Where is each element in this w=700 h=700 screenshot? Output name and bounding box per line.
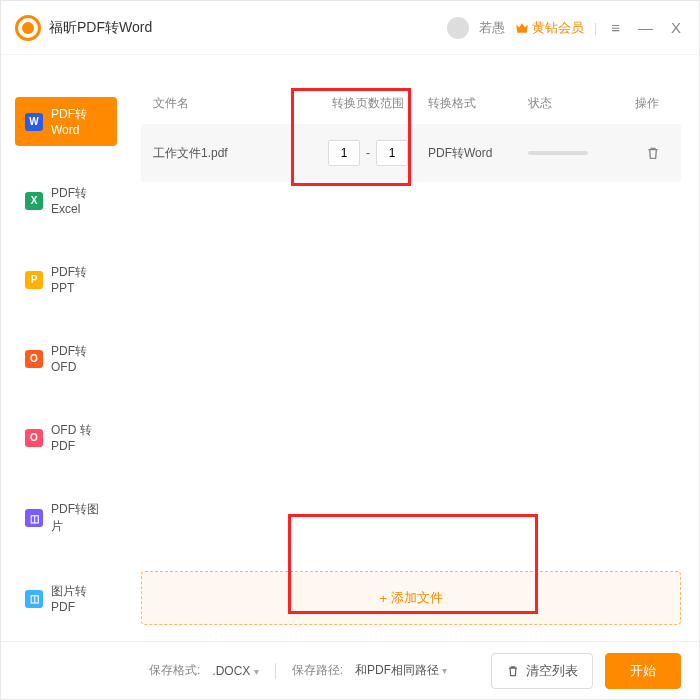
cell-range: -: [308, 140, 428, 166]
sidebar-item-label: 图片转PDF: [51, 583, 107, 614]
sidebar-item-label: PDF转图片: [51, 501, 107, 535]
chevron-down-icon: ▾: [254, 666, 259, 677]
titlebar: 福昕PDF转Word 若愚 黄钻会员 | ≡ — X: [1, 1, 699, 55]
save-format-label: 保存格式:: [149, 662, 200, 679]
vip-badge[interactable]: 黄钻会员: [515, 19, 584, 37]
add-file-label: 添加文件: [391, 589, 443, 607]
sidebar-item-6[interactable]: ◫图片转PDF: [15, 574, 117, 623]
sidebar-item-label: PDF转OFD: [51, 343, 107, 374]
save-path-label: 保存路径:: [292, 662, 343, 679]
menu-icon[interactable]: ≡: [607, 19, 624, 36]
start-button[interactable]: 开始: [605, 653, 681, 689]
sidebar-item-label: PDF转Word: [51, 106, 107, 137]
crown-icon: [515, 22, 529, 34]
app-title: 福昕PDF转Word: [49, 19, 152, 37]
sidebar-icon: W: [25, 113, 43, 131]
sidebar-item-3[interactable]: OPDF转OFD: [15, 334, 117, 383]
cell-filename: 工作文件1.pdf: [153, 145, 308, 162]
sidebar-icon: ◫: [25, 509, 43, 527]
main-panel: 文件名 转换页数范围 转换格式 状态 操作 工作文件1.pdf - PDF转Wo…: [131, 55, 699, 641]
sidebar-item-label: PDF转PPT: [51, 264, 107, 295]
progress-bar: [528, 151, 588, 155]
plus-icon: +: [379, 591, 387, 606]
save-format-select[interactable]: .DOCX ▾: [212, 664, 258, 678]
sidebar-item-label: PDF转Excel: [51, 185, 107, 216]
sidebar: WPDF转WordXPDF转ExcelPPDF转PPTOPDF转OFDOOFD …: [1, 55, 131, 641]
sidebar-icon: P: [25, 271, 43, 289]
minimize-icon[interactable]: —: [634, 19, 657, 36]
chevron-down-icon: ▾: [442, 665, 447, 676]
sidebar-icon: O: [25, 429, 43, 447]
vip-label: 黄钻会员: [532, 19, 584, 37]
col-range: 转换页数范围: [308, 95, 428, 112]
sidebar-icon: X: [25, 192, 43, 210]
col-operation: 操作: [618, 95, 669, 112]
range-from-input[interactable]: [328, 140, 360, 166]
sidebar-item-2[interactable]: PPDF转PPT: [15, 255, 117, 304]
trash-icon[interactable]: [645, 145, 661, 161]
table-row: 工作文件1.pdf - PDF转Word: [141, 124, 681, 182]
add-file-button[interactable]: + 添加文件: [141, 571, 681, 625]
close-icon[interactable]: X: [667, 19, 685, 36]
user-name: 若愚: [479, 19, 505, 37]
sidebar-item-0[interactable]: WPDF转Word: [15, 97, 117, 146]
sidebar-item-label: OFD 转PDF: [51, 422, 107, 453]
app-logo-icon: [15, 15, 41, 41]
cell-status: [528, 151, 618, 155]
divider: [275, 663, 276, 679]
col-filename: 文件名: [153, 95, 308, 112]
table-header: 文件名 转换页数范围 转换格式 状态 操作: [141, 81, 681, 124]
col-status: 状态: [528, 95, 618, 112]
avatar-icon[interactable]: [447, 17, 469, 39]
range-to-input[interactable]: [376, 140, 408, 166]
trash-icon: [506, 664, 520, 678]
cell-format: PDF转Word: [428, 145, 528, 162]
sidebar-item-5[interactable]: ◫PDF转图片: [15, 492, 117, 544]
col-format: 转换格式: [428, 95, 528, 112]
sidebar-icon: ◫: [25, 590, 43, 608]
clear-list-button[interactable]: 清空列表: [491, 653, 593, 689]
sidebar-icon: O: [25, 350, 43, 368]
clear-label: 清空列表: [526, 662, 578, 680]
sidebar-item-1[interactable]: XPDF转Excel: [15, 176, 117, 225]
footer: 保存格式: .DOCX ▾ 保存路径: 和PDF相同路径 ▾ 清空列表 开始: [1, 641, 699, 699]
save-path-select[interactable]: 和PDF相同路径 ▾: [355, 662, 447, 679]
sidebar-item-4[interactable]: OOFD 转PDF: [15, 413, 117, 462]
